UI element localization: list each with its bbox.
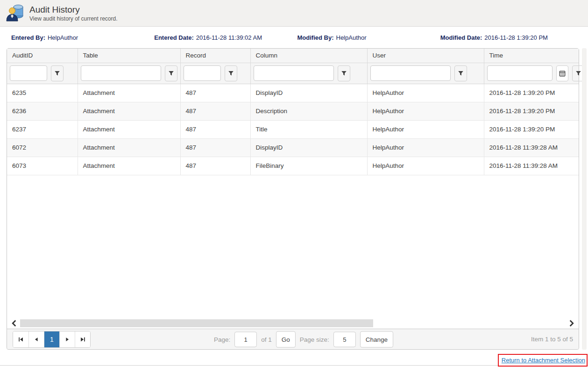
modified-by-segment: Modified By:HelpAuthor — [298, 34, 440, 41]
pager-bar: 1 Page: of 1 Go Page size: Change Item 1… — [7, 329, 579, 349]
user-filter-input[interactable] — [370, 65, 451, 81]
scroll-right-icon[interactable] — [568, 319, 574, 327]
table-cell: FileBinary — [250, 157, 367, 175]
scroll-left-icon[interactable] — [11, 319, 17, 327]
grid-empty-area — [7, 175, 579, 318]
table-filter-button[interactable] — [165, 65, 177, 81]
record-info-bar: Entered By:HelpAuthor Entered Date:2016-… — [0, 27, 588, 48]
table-cell: 6072 — [7, 138, 78, 157]
page-size-input[interactable] — [333, 331, 356, 347]
entered-date-label: Entered Date: — [154, 34, 194, 41]
pager-nav-group: 1 — [13, 331, 91, 348]
table-cell: Attachment — [78, 138, 180, 157]
table-cell: 2016-11-28 1:39:20 PM — [484, 120, 579, 138]
horizontal-scrollbar — [7, 318, 579, 329]
table-cell: 6236 — [7, 102, 78, 120]
auditid-filter-button[interactable] — [51, 65, 64, 81]
filter-funnel-icon — [228, 70, 234, 76]
audit-grid: AuditID Table Record Column User Time — [7, 48, 579, 350]
column-header-auditid[interactable]: AuditID — [7, 49, 78, 63]
previous-page-icon — [33, 336, 40, 343]
app-header: Audit History View audit history of curr… — [0, 0, 588, 27]
audit-history-user-database-icon — [6, 4, 25, 22]
table-cell: 487 — [180, 84, 250, 102]
pager-center-controls: Page: of 1 Go Page size: Change — [214, 331, 393, 347]
table-cell: HelpAuthor — [367, 102, 484, 120]
column-header-table[interactable]: Table — [78, 49, 180, 63]
item-count-status: Item 1 to 5 of 5 — [531, 336, 573, 343]
modified-date-value: 2016-11-28 1:39:20 PM — [484, 34, 548, 41]
return-to-attachment-selection-link[interactable]: Return to Attachment Selection — [502, 357, 585, 364]
modified-by-value: HelpAuthor — [336, 34, 367, 41]
previous-page-button[interactable] — [28, 331, 44, 347]
column-filter-button[interactable] — [338, 65, 350, 81]
entered-date-segment: Entered Date:2016-11-28 11:39:02 AM — [154, 34, 297, 41]
page-title: Audit History — [29, 5, 118, 15]
table-row[interactable]: 6236Attachment487DescriptionHelpAuthor20… — [7, 102, 579, 120]
go-button[interactable]: Go — [276, 331, 296, 347]
last-page-icon — [79, 336, 86, 343]
table-cell: Attachment — [78, 157, 180, 175]
entered-by-label: Entered By: — [11, 34, 45, 41]
column-header-row: AuditID Table Record Column User Time — [7, 49, 579, 63]
table-filter-input[interactable] — [81, 65, 161, 81]
table-cell: HelpAuthor — [367, 84, 484, 102]
table-row[interactable]: 6073Attachment487FileBinaryHelpAuthor201… — [7, 157, 579, 175]
calendar-icon — [559, 70, 566, 77]
table-cell: Attachment — [78, 120, 180, 138]
filter-funnel-icon — [168, 70, 174, 76]
column-header-record[interactable]: Record — [180, 49, 250, 63]
column-header-column[interactable]: Column — [250, 49, 367, 63]
first-page-button[interactable] — [13, 331, 28, 347]
column-filter-input[interactable] — [254, 65, 334, 81]
table-row[interactable]: 6237Attachment487TitleHelpAuthor2016-11-… — [7, 120, 579, 138]
page-number-input[interactable] — [234, 331, 257, 347]
user-filter-button[interactable] — [454, 65, 467, 81]
table-row[interactable]: 6072Attachment487DisplayIDHelpAuthor2016… — [7, 138, 579, 157]
grid-body: 6235Attachment487DisplayIDHelpAuthor2016… — [7, 84, 579, 175]
filter-funnel-icon — [341, 70, 347, 76]
entered-date-value: 2016-11-28 11:39:02 AM — [196, 34, 262, 41]
filter-row — [7, 63, 579, 84]
page-of-label: of 1 — [261, 336, 272, 343]
table-cell: 487 — [180, 120, 250, 138]
table-cell: 487 — [180, 138, 250, 157]
table-cell: 6237 — [7, 120, 78, 138]
time-calendar-button[interactable] — [556, 65, 568, 81]
scrollbar-track[interactable] — [20, 319, 566, 327]
table-cell: Description — [250, 102, 367, 120]
last-page-button[interactable] — [75, 331, 90, 347]
current-page-button[interactable]: 1 — [44, 331, 59, 347]
record-filter-button[interactable] — [225, 65, 237, 81]
change-page-size-button[interactable]: Change — [360, 331, 393, 347]
modified-date-label: Modified Date: — [440, 34, 482, 41]
table-cell: 487 — [180, 102, 250, 120]
audit-table: AuditID Table Record Column User Time — [7, 49, 579, 175]
scrollbar-thumb[interactable] — [20, 319, 373, 327]
column-header-time[interactable]: Time — [484, 49, 579, 63]
column-header-user[interactable]: User — [367, 49, 484, 63]
filter-funnel-icon — [575, 70, 581, 76]
page-size-label: Page size: — [300, 336, 329, 343]
header-titles: Audit History View audit history of curr… — [29, 5, 118, 22]
highlight-annotation-box: Return to Attachment Selection — [498, 354, 588, 367]
table-cell: 2016-11-28 11:39:28 AM — [484, 138, 579, 157]
page-subtitle: View audit history of current record. — [29, 15, 118, 22]
auditid-filter-input[interactable] — [10, 65, 47, 81]
table-cell: 2016-11-28 11:39:28 AM — [484, 157, 579, 175]
record-filter-input[interactable] — [184, 65, 221, 81]
table-cell: HelpAuthor — [367, 120, 484, 138]
table-cell: 2016-11-28 1:39:20 PM — [484, 102, 579, 120]
time-filter-input[interactable] — [487, 65, 553, 81]
vertical-scrollbar-track[interactable] — [582, 48, 587, 350]
table-cell: DisplayID — [250, 138, 367, 157]
table-row[interactable]: 6235Attachment487DisplayIDHelpAuthor2016… — [7, 84, 579, 102]
table-cell: HelpAuthor — [367, 138, 484, 157]
first-page-icon — [18, 336, 24, 343]
entered-by-segment: Entered By:HelpAuthor — [11, 34, 154, 41]
modified-date-segment: Modified Date:2016-11-28 1:39:20 PM — [440, 34, 583, 41]
table-cell: 6235 — [7, 84, 78, 102]
page-label: Page: — [214, 336, 230, 343]
next-page-button[interactable] — [59, 331, 75, 347]
table-cell: Title — [250, 120, 367, 138]
